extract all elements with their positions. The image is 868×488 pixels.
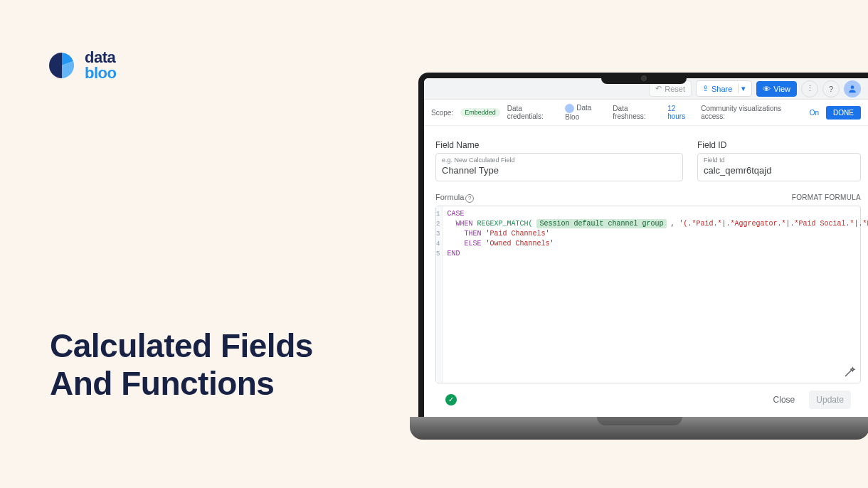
scope-badge[interactable]: Embedded — [460, 108, 500, 117]
line-gutter: 12345 — [436, 206, 443, 383]
freshness-value[interactable]: 12 hours — [667, 105, 694, 120]
wand-icon[interactable] — [843, 366, 856, 378]
field-name-input[interactable] — [442, 165, 677, 176]
update-button[interactable]: Update — [809, 391, 851, 409]
eye-icon: 👁 — [763, 85, 771, 93]
help-icon[interactable]: ? — [465, 194, 474, 203]
brand-mark-icon — [46, 50, 78, 81]
creds-value[interactable]: Data Bloo — [565, 104, 605, 121]
field-id-placeholder: Field Id — [704, 157, 854, 164]
avatar-icon — [565, 104, 574, 113]
formula-label: Formula? — [435, 193, 474, 203]
editor-footer: ✓ Close Update — [435, 383, 861, 416]
creds-label: Data credentials: — [507, 105, 559, 120]
done-button[interactable]: DONE — [826, 106, 861, 120]
more-vert-icon: ⋮ — [806, 84, 814, 93]
undo-icon: ↶ — [655, 84, 662, 93]
share-label: Share — [711, 85, 732, 93]
viz-label: Community visualizations access: — [701, 105, 803, 120]
more-menu-button[interactable]: ⋮ — [801, 80, 818, 97]
reset-label: Reset — [665, 85, 685, 93]
help-icon: ? — [829, 85, 833, 93]
scope-label: Scope: — [431, 109, 453, 117]
field-name-label: Field Name — [435, 140, 683, 150]
svg-point-0 — [851, 85, 854, 89]
brand-text-1: data — [85, 50, 116, 65]
close-button[interactable]: Close — [766, 391, 803, 409]
app-screen: ↶ Reset ⇪ Share ▾ 👁 View ⋮ ? Scope: Embe… — [424, 78, 868, 418]
view-label: View — [773, 85, 790, 93]
page-title: Calculated Fields And Functions — [50, 327, 313, 403]
field-id-label: Field ID — [697, 140, 861, 150]
view-button[interactable]: 👁 View — [756, 81, 797, 97]
metadata-bar: Scope: Embedded Data credentials: Data B… — [424, 100, 868, 126]
laptop-base — [410, 417, 868, 440]
chevron-down-icon[interactable]: ▾ — [738, 84, 746, 93]
formula-editor[interactable]: 12345 CASE WHEN REGEXP_MATCH( Session de… — [435, 206, 861, 383]
field-name-placeholder: e.g. New Calculated Field — [442, 157, 677, 164]
help-button[interactable]: ? — [822, 80, 840, 97]
field-id-input-wrap[interactable]: Field Id — [697, 153, 861, 181]
field-name-input-wrap[interactable]: e.g. New Calculated Field — [435, 153, 683, 181]
laptop-mockup: ↶ Reset ⇪ Share ▾ 👁 View ⋮ ? Scope: Embe… — [410, 64, 868, 488]
valid-check-icon: ✓ — [445, 394, 457, 405]
share-button[interactable]: ⇪ Share ▾ — [696, 80, 752, 97]
share-icon: ⇪ — [702, 84, 709, 93]
format-formula-button[interactable]: FORMAT FORMULA — [792, 193, 861, 201]
field-id-input[interactable] — [704, 165, 854, 176]
freshness-label: Data freshness: — [613, 105, 660, 120]
viz-value[interactable]: On — [810, 109, 819, 117]
brand-text-2: bloo — [85, 65, 116, 81]
laptop-notch — [601, 73, 687, 84]
user-avatar[interactable] — [844, 80, 861, 97]
formula-code[interactable]: CASE WHEN REGEXP_MATCH( Session default … — [443, 206, 868, 383]
brand-logo: data bloo — [46, 50, 116, 81]
